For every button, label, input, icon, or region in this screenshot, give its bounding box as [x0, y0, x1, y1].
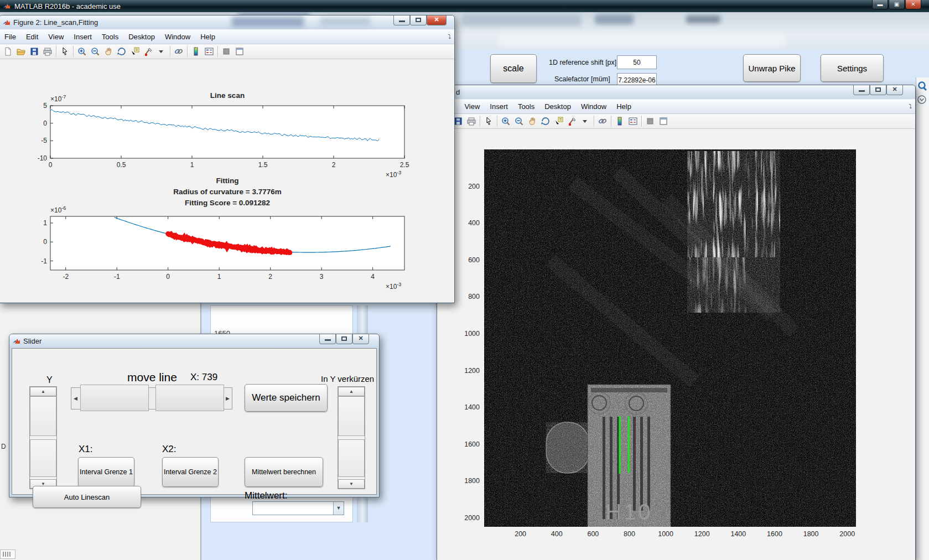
menu-item-tools[interactable]: Tools [97, 31, 123, 43]
minimize-button[interactable]: ▬ [872, 0, 888, 9]
toolbar-separator [480, 116, 480, 127]
menu-item-window[interactable]: Window [576, 101, 611, 112]
close-button[interactable]: ✕ [427, 15, 447, 25]
y-slider-left[interactable]: ▲ ▼ [29, 386, 57, 489]
menu-item-help[interactable]: Help [611, 101, 636, 112]
menu-item-help[interactable]: Help [195, 31, 220, 43]
scale-button[interactable]: scale [490, 54, 537, 83]
caret-down-icon[interactable] [579, 115, 592, 127]
link-plot-icon[interactable] [172, 45, 185, 58]
print-icon[interactable] [41, 45, 54, 58]
interval-grenze-2-button[interactable]: Interval Grenze 2 [162, 457, 219, 487]
slider-segment[interactable] [338, 439, 365, 477]
tick-label: -2 [63, 273, 69, 281]
menu-item-window[interactable]: Window [160, 31, 195, 43]
maximize-button[interactable] [410, 15, 427, 25]
minimize-button[interactable] [319, 334, 336, 344]
menu-item-insert[interactable]: Insert [69, 31, 97, 43]
figure2-titlebar[interactable]: Figure 2: Line_scan,Fitting ✕ [0, 15, 454, 29]
arrow-down-icon[interactable]: ▼ [338, 479, 365, 489]
dock-window-icon[interactable] [233, 45, 246, 58]
menu-item-view[interactable]: View [43, 31, 69, 43]
brush-icon[interactable] [565, 115, 579, 127]
move-line-slider[interactable]: ◀ ▶ [71, 387, 232, 409]
y-slider-right[interactable]: ▲ ▼ [338, 386, 365, 489]
slider-titlebar[interactable]: Slider ✕ [9, 334, 379, 348]
minimize-button[interactable] [393, 15, 410, 25]
dock-window-icon[interactable] [657, 115, 670, 127]
main-window-titlebar[interactable]: MATLAB R2016b - academic use ▬ ▣ ✕ [0, 0, 929, 12]
menu-item-tools[interactable]: Tools [513, 101, 539, 112]
arrow-right-icon[interactable]: ▶ [224, 388, 232, 409]
dock-arrow-icon[interactable]: ⤵ [448, 33, 451, 40]
menu-item-file[interactable]: File [0, 31, 21, 43]
dock-plain-icon[interactable] [643, 115, 657, 127]
zoom-in-icon[interactable] [75, 45, 89, 58]
mittelwert-berechnen-button[interactable]: Mittelwert berechnen [245, 457, 323, 487]
close-button[interactable]: ✕ [352, 334, 369, 344]
pan-hand-icon[interactable] [526, 115, 539, 127]
data-cursor-icon[interactable] [128, 45, 142, 58]
menu-item-insert[interactable]: Insert [485, 101, 513, 112]
close-button[interactable]: ✕ [905, 0, 921, 9]
dock-arrow-icon[interactable]: ⤵ [909, 103, 912, 110]
menu-item-desktop[interactable]: Desktop [539, 101, 576, 112]
legend-icon[interactable] [626, 115, 640, 127]
caret-down-icon[interactable] [155, 45, 168, 58]
slider-segment[interactable] [338, 396, 365, 436]
auto-linescan-button[interactable]: Auto Linescan [33, 486, 141, 508]
slider-thumb[interactable] [80, 385, 149, 411]
colorbar-icon[interactable] [613, 115, 626, 127]
slider-segment[interactable] [155, 385, 224, 411]
rotate-3d-icon[interactable] [539, 115, 552, 127]
window-resize-grip[interactable] [0, 549, 15, 559]
open-folder-icon[interactable] [14, 45, 28, 58]
zoom-out-icon[interactable] [89, 45, 102, 58]
tick-label: 1.5 [258, 161, 268, 169]
menu-item-view[interactable]: View [459, 101, 485, 112]
arrow-left-icon[interactable]: ◀ [71, 388, 80, 409]
link-plot-icon[interactable] [596, 115, 609, 127]
figure2-plots[interactable]: Line scan×10-750-5-1000.511.522.5×10-3Fi… [0, 59, 454, 302]
legend-icon[interactable] [203, 45, 216, 58]
print-icon[interactable] [465, 115, 478, 127]
tick-label: 800 [468, 293, 480, 300]
save-icon[interactable] [28, 45, 41, 58]
brush-icon[interactable] [142, 45, 155, 58]
ref-shift-input[interactable] [617, 55, 657, 69]
werte-speichern-button[interactable]: Werte speichern [245, 384, 328, 412]
speckle-image-axes[interactable]: 2004006008001000120014001600180020002004… [437, 129, 915, 560]
close-button[interactable]: ✕ [886, 85, 903, 95]
background-combobox[interactable]: ▼ [252, 501, 344, 515]
search-icon[interactable] [919, 82, 927, 91]
pointer-icon[interactable] [58, 45, 71, 58]
pointer-icon[interactable] [482, 115, 495, 127]
unwrap-pike-button[interactable]: Unwrap Pike [743, 54, 801, 82]
pan-hand-icon[interactable] [102, 45, 115, 58]
rotate-3d-icon[interactable] [115, 45, 128, 58]
maximize-button[interactable] [870, 85, 886, 95]
arrow-up-icon[interactable]: ▲ [30, 387, 56, 396]
settings-button[interactable]: Settings [821, 54, 884, 82]
colorbar-icon[interactable] [189, 45, 203, 58]
slider-segment[interactable] [30, 396, 56, 436]
minimize-button[interactable] [853, 85, 870, 95]
tick-label: 2 [268, 273, 272, 281]
main-window-title: MATLAB R2016b - academic use [14, 2, 121, 11]
dock-plain-icon[interactable] [220, 45, 233, 58]
new-document-icon[interactable] [1, 45, 14, 58]
menu-item-edit[interactable]: Edit [21, 31, 43, 43]
maximize-button[interactable]: ▣ [889, 0, 905, 9]
interval-grenze-1-button[interactable]: Interval Grenze 1 [78, 457, 134, 487]
arrow-up-icon[interactable]: ▲ [338, 387, 365, 396]
right-strip-icons [916, 77, 928, 122]
slider-segment[interactable] [30, 439, 56, 477]
zoom-out-icon[interactable] [512, 115, 526, 127]
chevron-down-icon[interactable]: ▼ [333, 502, 344, 515]
menu-item-desktop[interactable]: Desktop [123, 31, 160, 43]
expand-circle-icon[interactable] [918, 96, 926, 103]
figure-image-titlebar[interactable]: d ✕ [437, 85, 915, 99]
data-cursor-icon[interactable] [552, 115, 565, 127]
maximize-button[interactable] [336, 334, 352, 344]
zoom-in-icon[interactable] [499, 115, 512, 127]
